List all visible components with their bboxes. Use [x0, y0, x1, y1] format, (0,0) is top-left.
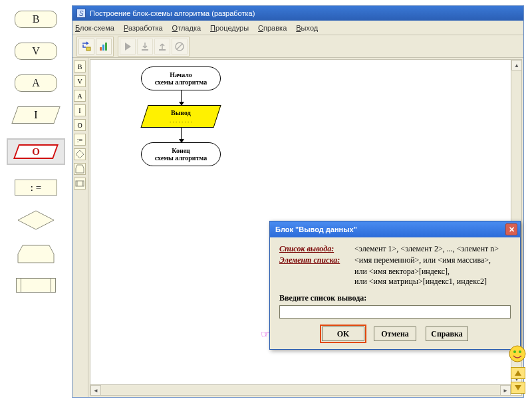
svg-point-18 [519, 350, 521, 353]
tool-output[interactable]: O [74, 119, 86, 131]
flow-arrow [181, 128, 182, 142]
horizontal-scrollbar[interactable]: ◄ ► [90, 384, 511, 395]
svg-marker-19 [515, 370, 521, 376]
flow-start[interactable]: Начало схемы алгоритма [141, 66, 221, 90]
palette-decision[interactable] [17, 210, 55, 230]
palette-array[interactable]: A [15, 74, 57, 92]
tool-loop[interactable] [74, 163, 86, 175]
help-button[interactable]: Справка [426, 327, 468, 341]
menu-blockscheme[interactable]: Блок-схема [75, 24, 114, 32]
svg-marker-1 [18, 245, 54, 263]
input-prompt: Введите список вывода: [279, 293, 511, 303]
menu-develop[interactable]: Разработка [124, 24, 163, 32]
menu-procedures[interactable]: Процедуры [210, 24, 249, 32]
nav-down-button[interactable] [511, 382, 525, 394]
toolbar-step-out-icon[interactable] [154, 39, 170, 55]
toolbar [72, 35, 523, 58]
nav-up-button[interactable] [511, 367, 525, 379]
tool-decision[interactable] [74, 148, 86, 160]
svg-marker-20 [515, 385, 521, 390]
scroll-right-icon[interactable]: ► [500, 385, 511, 396]
palette-output-selected[interactable]: O [7, 138, 65, 165]
dialog-titlebar: Блок "Вывод данных" ✕ [270, 221, 520, 237]
hint-output-list: <элемент 1>, <элемент 2>, ..., <элемент … [354, 244, 499, 254]
flow-output-block[interactable]: Вывод. . . . . . . . [140, 105, 221, 128]
svg-rect-5 [105, 43, 107, 51]
svg-marker-11 [76, 150, 84, 158]
palette-begin[interactable]: B [15, 11, 57, 28]
svg-rect-3 [100, 47, 102, 51]
svg-point-16 [509, 346, 525, 362]
dialog-title: Блок "Вывод данных" [275, 225, 357, 233]
palette-input[interactable]: I [15, 106, 57, 124]
window-title: Построение блок-схемы алгоритма (разрабо… [90, 9, 255, 17]
output-list-input[interactable] [279, 305, 511, 319]
menu-debug[interactable]: Отладка [172, 24, 201, 32]
close-icon[interactable]: ✕ [505, 223, 517, 235]
scroll-left-icon[interactable]: ◄ [90, 385, 101, 396]
label-list-element: Элемент списка: [279, 255, 349, 265]
smiley-icon [508, 344, 527, 363]
pointer-icon: ☞ [261, 328, 270, 340]
tool-vars[interactable]: V [74, 75, 86, 87]
palette-assign[interactable]: : = [15, 180, 57, 196]
svg-point-17 [513, 350, 516, 353]
svg-line-10 [177, 44, 182, 49]
menu-help[interactable]: Справка [258, 24, 287, 32]
svg-rect-7 [142, 49, 148, 51]
svg-marker-0 [18, 211, 54, 229]
menu-exit[interactable]: Выход [296, 24, 318, 32]
flow-end[interactable]: Конец схемы алгоритма [141, 142, 221, 166]
toolbar-step-in-icon[interactable] [137, 39, 153, 55]
palette-loop[interactable] [17, 245, 55, 263]
scroll-up-icon[interactable]: ▲ [511, 60, 522, 70]
tool-sub[interactable] [74, 178, 86, 190]
toolbar-chart-icon[interactable] [96, 39, 112, 55]
output-dialog: Блок "Вывод данных" ✕ Список вывода: <эл… [269, 221, 521, 350]
svg-rect-2 [86, 47, 90, 51]
app-icon: S [76, 9, 86, 18]
svg-marker-6 [125, 43, 131, 51]
external-palette: B V A I O : = [0, 0, 72, 399]
svg-rect-4 [102, 45, 104, 51]
menubar: Блок-схема Разработка Отладка Процедуры … [72, 21, 523, 35]
palette-subroutine[interactable] [16, 278, 56, 293]
toolbar-step-over-icon[interactable] [78, 39, 94, 55]
toolbar-play-icon[interactable] [120, 39, 136, 55]
tool-array[interactable]: A [74, 90, 86, 102]
palette-variables[interactable]: V [15, 43, 57, 60]
svg-marker-12 [76, 165, 84, 173]
hint-elem-1: <имя переменной>, или <имя массива>, [354, 255, 491, 265]
ok-button[interactable]: OK [322, 327, 364, 341]
cancel-button[interactable]: Отмена [374, 327, 416, 341]
tool-begin[interactable]: B [74, 61, 86, 72]
tool-assign[interactable]: := [74, 134, 86, 146]
hint-elem-2: или <имя вектора>[индекс], [354, 267, 511, 277]
toolbar-stop-icon[interactable] [172, 39, 188, 55]
svg-rect-8 [159, 49, 166, 51]
titlebar: S Построение блок-схемы алгоритма (разра… [72, 6, 523, 21]
label-output-list: Список вывода: [279, 244, 349, 254]
side-toolbox: B V A I O := [72, 58, 88, 397]
hint-elem-3: или <имя матрицы>[индекс1, индекс2] [354, 277, 511, 287]
tool-input[interactable]: I [74, 104, 86, 116]
flow-arrow [181, 90, 182, 105]
